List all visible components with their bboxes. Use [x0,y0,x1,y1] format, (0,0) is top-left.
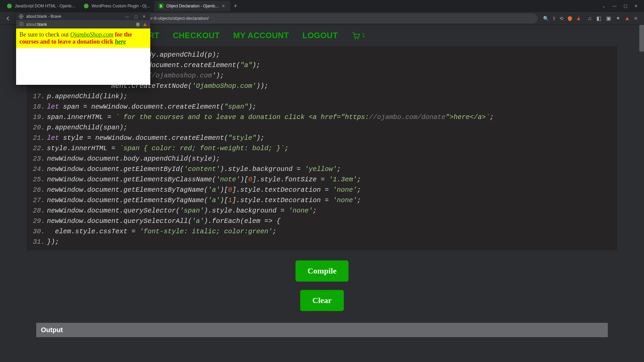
close-icon[interactable]: ✕ [631,4,641,8]
maximize-icon[interactable]: ▢ [621,4,630,8]
code-text: let span = newWindow.document.createElem… [47,102,256,112]
line-number: 18. [30,102,47,112]
line-number: 25. [30,174,47,185]
svg-marker-4 [577,17,580,20]
clear-button[interactable]: Clear [300,290,343,311]
info-icon[interactable]: ⓘ [19,21,23,27]
sidebar-icon[interactable]: ◧ [596,15,601,21]
browser-tab-strip: JavaScript DOM HTML - Ojamb… WordPress C… [0,0,644,12]
popup-empty-area [16,48,150,85]
brave-icon[interactable] [576,16,581,21]
rss-icon[interactable]: ⟲ [559,16,564,21]
svg-text:S: S [160,4,162,8]
line-number: 23. [30,154,47,164]
popup-content: Be sure to check out OjamboShop.com for … [16,28,150,48]
popup-url: about:blank [26,22,133,27]
code-text: elem.style.cssText = 'font-style: italic… [47,226,276,237]
brave-icon[interactable] [143,22,147,26]
favicon-icon [84,3,89,9]
browser-tab[interactable]: WordPress Custom Plugin - Oj… [79,1,154,11]
share-icon[interactable]: ⇪ [552,16,556,21]
code-line: 21.let style = newWindow.document.create… [27,133,617,143]
popup-link-shop[interactable]: OjamboShop.com [70,31,113,38]
line-number: 29. [30,216,47,226]
code-text: }); [47,237,59,247]
code-line: 28.newWindow.document.querySelector('spa… [27,205,617,216]
output-header: Output [36,323,608,337]
popup-link-here[interactable]: here [115,38,126,45]
code-text: p.appendChild(span); [47,122,127,133]
popup-window: about:blank - Brave ― ▢ ✕ ⓘ about:blank … [16,13,150,85]
vertical-scrollbar[interactable] [639,25,644,362]
window-controls: ⌄ ― ▢ ✕ [599,4,644,8]
code-text: newWindow.document.getElementsByTagName(… [47,195,361,205]
code-text: newWindow.document.body.appendChild(styl… [47,154,220,164]
wallet-icon[interactable]: ▣ [606,15,611,21]
code-text: style.innerHTML = `span { color: red; fo… [47,143,288,154]
menu-icon[interactable]: ≡ [634,15,637,21]
back-icon[interactable] [3,16,13,21]
code-line: 22.style.innerHTML = `span { color: red;… [27,143,617,154]
code-line: 29.newWindow.document.querySelectorAll('… [27,216,617,226]
new-tab-button[interactable]: + [230,3,241,10]
code-line: 20.p.appendChild(span); [27,122,617,133]
popup-window-controls: ― ▢ ✕ [123,14,148,19]
cart-icon[interactable]: 1 [351,31,365,40]
popup-titlebar[interactable]: about:blank - Brave ― ▢ ✕ [16,13,150,20]
dropdown-icon[interactable]: ⌄ [599,4,608,8]
close-icon[interactable]: ✕ [222,4,226,8]
line-number: 17. [30,91,47,102]
line-number: 21. [30,133,47,143]
nav-logout[interactable]: LOGOUT [303,31,338,40]
globe-icon [19,14,23,19]
zoom-icon[interactable]: 🔍 [543,16,549,21]
favicon-icon [7,3,12,9]
minimize-icon[interactable]: ― [123,14,131,18]
url-tool-icons: 🔍 ⇪ ⟲ [540,15,584,21]
code-line: 25.newWindow.document.getElementsByClass… [27,174,617,185]
svg-marker-9 [143,23,147,26]
shield-icon[interactable] [567,15,573,21]
browser-tab[interactable]: JavaScript DOM HTML - Ojamb… [3,1,79,11]
popup-note-prefix: Be sure to check out [19,31,70,38]
svg-point-1 [84,4,89,8]
code-text: newWindow.document.getElementsByTagName(… [47,185,361,195]
minimize-icon[interactable]: ― [610,4,619,8]
svg-point-7 [357,38,359,39]
music-icon[interactable]: ♫ [588,15,592,21]
tab-label: WordPress Custom Plugin - Oj… [92,4,150,8]
line-number: 27. [30,195,47,205]
popup-title: about:blank - Brave [26,14,61,19]
maximize-icon[interactable]: ▢ [132,14,140,18]
code-text: let style = newWindow.document.createEle… [47,133,264,143]
compile-button[interactable]: Compile [296,260,349,282]
shield-icon[interactable] [136,22,140,27]
line-number: 24. [30,164,47,174]
code-line: 26.newWindow.document.getElementsByTagNa… [27,185,617,195]
button-row: Clear [0,287,644,316]
code-line: 18.let span = newWindow.document.createE… [27,102,617,112]
line-number: 30. [30,226,47,237]
line-number: 20. [30,122,47,133]
code-text: newWindow.document.getElementsByClassNam… [47,174,361,185]
scrollbar-thumb[interactable] [639,25,644,52]
code-line: 30. elem.style.cssText = 'font-style: it… [27,226,617,237]
sparkle-icon[interactable]: ✦ [616,15,620,21]
nav-account[interactable]: MY ACCOUNT [233,31,289,40]
nav-checkout[interactable]: CHECKOUT [173,31,220,40]
code-line: 24.newWindow.document.getElementById('co… [27,164,617,174]
svg-point-0 [7,4,12,8]
output-label: Output [41,326,63,334]
button-row: Compile [0,250,644,287]
code-line: 17.p.appendChild(link); [27,91,617,102]
popup-address-bar[interactable]: ⓘ about:blank [16,20,150,28]
line-number: 19. [30,112,47,122]
browser-right-icons: ♫ ◧ ▣ ✦ ≡ [584,15,641,21]
cart-count: 1 [362,33,365,39]
brave-icon[interactable] [625,16,630,21]
line-number: 28. [30,205,47,216]
code-line: 19.span.innerHTML = ` for the courses an… [27,112,617,122]
browser-tab-active[interactable]: S Object Declaration - Ojamb… ✕ [154,1,230,11]
line-number: 26. [30,185,47,195]
close-icon[interactable]: ✕ [141,14,148,18]
